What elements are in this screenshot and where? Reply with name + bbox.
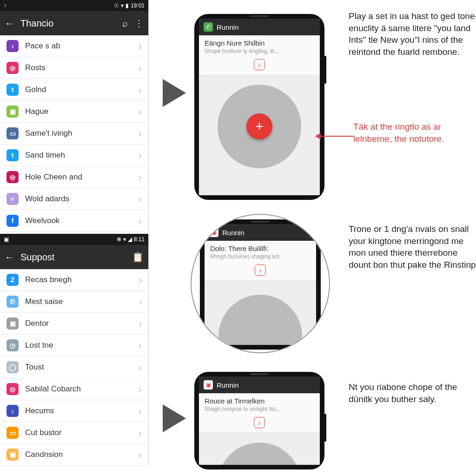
record-dial-3 (218, 443, 301, 465)
chevron-right-icon: › (139, 340, 142, 351)
notif-card-1[interactable]: Eängn Nure Shilbin Shope brobure ty engl… (199, 35, 320, 75)
status-bar-2: ▣ ✻ ▾ ◢ 8:11 (0, 234, 148, 245)
android-screen-1: ↑ ☉ ▾ ▮ 19:01 ← Thancio ⌕ ⋮ ♪Pace s ab›◎… (0, 0, 149, 232)
app-icon: ◎ (7, 383, 19, 395)
add-fab[interactable]: + (246, 113, 272, 139)
app-icon: Z (7, 274, 19, 286)
app-icon: ♪ (7, 40, 19, 52)
card-sub-1: Shope brobure ty engling, lit… (205, 48, 314, 54)
chevron-right-icon: › (139, 428, 142, 438)
app-icon: ✆ (7, 296, 19, 308)
chevron-right-icon: › (139, 63, 142, 73)
phone-frame-1: ✆ Runnin Eängn Nure Shilbin Shope brobur… (194, 14, 324, 200)
clipboard-icon[interactable]: 📋 (132, 251, 144, 263)
wifi-icon: ▾ (123, 236, 126, 243)
list-item-label: Golnd (25, 85, 46, 94)
app-icon: ▣ (7, 106, 19, 118)
back-icon[interactable]: ← (5, 18, 14, 29)
list-item[interactable]: ◯Toust› (0, 357, 148, 378)
overflow-icon[interactable]: ⋮ (134, 18, 144, 29)
phone-screen-3: ▣ Runnin Rouce at Tirmelken Shagh bunyin… (199, 377, 320, 465)
title-bar-1: ← Thancio ⌕ ⋮ (0, 11, 148, 35)
chevron-right-icon: › (139, 275, 142, 285)
chevron-right-icon: › (139, 297, 142, 307)
list-item[interactable]: ◎Sabilal Cobarch› (0, 378, 148, 400)
card-title-2: Dolo: There Buililfi: (210, 245, 311, 252)
app-icon: ◎ (7, 62, 19, 74)
phone-frame-2: ▣ Runnin Dolo: There Buililfi: Rhngh bun… (200, 219, 321, 350)
list-item[interactable]: ◎Hole Cheen and› (0, 166, 148, 188)
mini-ringtone-icon[interactable]: ♪ (254, 417, 265, 428)
list-item[interactable]: ▭Cut bustor› (0, 422, 148, 444)
page-title-1: Thancio (20, 18, 53, 29)
phone-frame-3: ▣ Runnin Rouce at Tirmelken Shagh bunyin… (194, 372, 324, 469)
list-item[interactable]: ▣Hague› (0, 101, 148, 123)
wifi-icon: ▾ (121, 2, 124, 9)
chevron-right-icon: › (139, 216, 142, 226)
chevron-right-icon: › (139, 384, 142, 395)
app-icon: ▣ (7, 317, 19, 330)
step-3-caption: Nt you riabone chope of the dünitk you b… (349, 381, 476, 405)
list-item[interactable]: ◷Lost tne› (0, 335, 148, 357)
status-time-2: 8:11 (134, 236, 145, 243)
list-item[interactable]: ♪Pace s ab› (0, 35, 148, 57)
card-title-1: Eängn Nure Shilbin (205, 39, 314, 47)
lte-icon: ☉ (114, 2, 119, 9)
step-2: ▣ Runnin Dolo: There Buililfi: Rhngh bun… (191, 214, 330, 353)
app-list-1: ♪Pace s ab›◎Rosts›tGolnd›▣Hague›▭Same't … (0, 35, 148, 232)
list-item[interactable]: fWeelvook› (0, 210, 148, 232)
app-icon: ▭ (7, 127, 19, 139)
chevron-right-icon: › (139, 318, 142, 329)
app-icon: ♪ (7, 405, 19, 417)
notif-card-3[interactable]: Rouce at Tirmelken Shagh bunyine to seni… (199, 393, 320, 433)
list-item-label: Toust (25, 363, 44, 372)
chevron-right-icon: › (139, 128, 142, 139)
title-bar-2: ← Suppost 📋 (0, 245, 148, 269)
step-3: ▣ Runnin Rouce at Tirmelken Shagh bunyin… (163, 372, 324, 469)
callout-arrow-icon (316, 136, 353, 137)
list-item[interactable]: ♪Hecums› (0, 400, 148, 422)
list-item[interactable]: tGolnd› (0, 79, 148, 101)
list-item[interactable]: ▭Same't ivingh› (0, 123, 148, 145)
list-item[interactable]: ZRecas bnegh› (0, 269, 148, 291)
record-dial-2 (218, 295, 302, 345)
list-item[interactable]: ✆Mest saise› (0, 291, 148, 313)
circle-crop: ▣ Runnin Dolo: There Buililfi: Rhngh bun… (191, 214, 330, 353)
app-list-2: ZRecas bnegh›✆Mest saise›▣Dentor›◷Lost t… (0, 269, 148, 466)
app-icon: t (7, 84, 19, 96)
list-item-label: Recas bnegh (25, 275, 72, 284)
list-item-label: Mest saise (25, 297, 63, 306)
step-2-caption: Trone or 1 dng'a nvals on snall your kin… (349, 223, 476, 271)
play-triangle-icon (163, 404, 186, 432)
notif-card-2[interactable]: Dolo: There Buililfi: Rhngh bunvine) sha… (205, 241, 316, 281)
list-item[interactable]: ◎Rosts› (0, 57, 148, 79)
chevron-right-icon: › (139, 172, 142, 183)
square-icon: ▣ (4, 236, 9, 243)
list-item-label: Candnsion (25, 450, 63, 459)
card-sub-3: Shagh bunyine to senight lits… (205, 406, 314, 412)
list-item-label: Rosts (25, 63, 45, 73)
back-icon[interactable]: ← (5, 252, 14, 263)
list-item-label: Pace s ab (25, 41, 60, 51)
search-icon[interactable]: ⌕ (122, 18, 128, 29)
android-screen-2: ▣ ✻ ▾ ◢ 8:11 ← Suppost 📋 ZRecas bnegh›✆M… (0, 234, 149, 466)
mini-ringtone-icon[interactable]: ♪ (254, 59, 265, 70)
list-item[interactable]: ▣Dentor› (0, 313, 148, 335)
list-item[interactable]: ✓Wold adards› (0, 188, 148, 210)
battery-icon: ▮ (126, 2, 129, 9)
notif-label-1: Runnin (217, 23, 239, 31)
app-icon: ◯ (7, 361, 19, 373)
notif-bar-1: ✆ Runnin (199, 19, 320, 35)
list-item-label: Same't ivingh (25, 129, 73, 138)
mini-ringtone-icon[interactable]: ♪ (255, 264, 266, 276)
status-bar-1: ↑ ☉ ▾ ▮ 19:01 (0, 0, 148, 11)
phone-screen-2: ▣ Runnin Dolo: There Buililfi: Rhngh bun… (205, 224, 316, 345)
chevron-right-icon: › (139, 150, 142, 161)
status-time-1: 19:01 (131, 2, 145, 9)
list-item-label: Sand timeh (25, 151, 65, 160)
step-1-caption: Play a set in ua hast to ged tone-enucli… (349, 10, 476, 58)
record-dial: + (218, 85, 301, 168)
list-item[interactable]: tSand timeh› (0, 145, 148, 166)
page-title-2: Suppost (20, 252, 54, 263)
list-item[interactable]: ▣Candnsion› (0, 444, 148, 466)
